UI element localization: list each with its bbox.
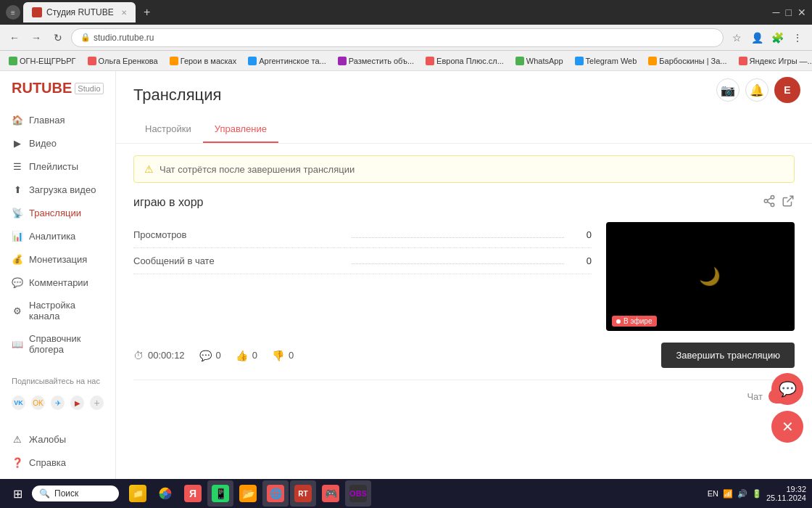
active-tab[interactable]: Студия RUTUBE ✕ (23, 2, 136, 22)
monetization-icon: 💰 (12, 253, 23, 265)
taskbar-app-obs[interactable]: OBS (345, 480, 371, 507)
sidebar-item-complaints[interactable]: ⚠ Жалобы (0, 427, 115, 451)
playlists-icon: ☰ (12, 160, 23, 172)
roblox-icon: 🎮 (322, 485, 339, 502)
taskbar-app-files[interactable]: 📁 (125, 480, 151, 507)
yandex-browser-icon: 🌐 (267, 485, 284, 502)
avatar[interactable]: E (774, 77, 800, 103)
sidebar-item-comments[interactable]: 💬 Комментарии (0, 271, 115, 294)
social-icons: VK OK ✈ ▶ + (0, 390, 115, 416)
vk-icon[interactable]: VK (12, 396, 25, 410)
share-button[interactable] (763, 194, 776, 210)
sidebar-item-help[interactable]: ❓ Справка (0, 451, 115, 474)
page-tabs: Настройки Управление (116, 116, 812, 144)
taskbar-app-whatsapp[interactable]: 📱 (207, 480, 233, 507)
bookmark-heroes[interactable]: Герои в масках (167, 55, 240, 67)
whatsapp-icon: 📱 (212, 485, 229, 502)
sidebar-item-playlists[interactable]: ☰ Плейлисты (0, 155, 115, 178)
instagram-button[interactable]: 📷 (716, 78, 740, 102)
taskbar-app-yandex[interactable]: Я (180, 480, 206, 507)
start-button[interactable]: ⊞ (6, 482, 29, 505)
bookmark-arg[interactable]: Аргентинское та... (245, 55, 329, 67)
tab-management[interactable]: Управление (203, 116, 278, 143)
bookmark-favicon (739, 57, 747, 65)
minimize-button[interactable]: ─ (773, 7, 780, 18)
url-bar[interactable]: 🔒 studio.rutube.ru (71, 28, 724, 47)
sidebar-item-settings[interactable]: ⚙ Настройка канала (0, 294, 115, 327)
obs-icon: OBS (349, 485, 367, 502)
forward-button[interactable]: → (28, 29, 45, 46)
bookmark-whatsapp[interactable]: WhatsApp (513, 55, 566, 67)
chat-label: Чат (747, 391, 763, 402)
bookmark-barb[interactable]: Барбоскины | За... (645, 55, 729, 67)
sidebar-item-monetization[interactable]: 💰 Монетизация (0, 247, 115, 271)
comments-icon: 💬 (12, 276, 23, 288)
search-text: Поиск (54, 488, 78, 499)
sidebar-item-streams[interactable]: 📡 Трансляции (0, 201, 115, 224)
float-close-button[interactable]: ✕ (771, 411, 803, 443)
sidebar-item-analytics[interactable]: 📊 Аналитика (0, 224, 115, 247)
maximize-button[interactable]: □ (786, 7, 792, 18)
extensions-icon[interactable]: 🧩 (768, 29, 786, 46)
page-title: Трансляция (133, 86, 795, 105)
new-tab-button[interactable]: + (138, 4, 156, 21)
rutube-icon[interactable]: ▶ (70, 396, 84, 410)
bookmark-favicon (248, 57, 257, 65)
taskbar-app-chrome[interactable] (152, 480, 178, 507)
sidebar-item-home[interactable]: 🏠 Главная (0, 108, 115, 131)
refresh-button[interactable]: ↻ (49, 29, 67, 46)
external-link-button[interactable] (782, 194, 795, 210)
floating-buttons: 💬 ✕ (771, 373, 803, 443)
help-icon: ❓ (12, 456, 23, 468)
tab-bar: ≡ Студия RUTUBE ✕ + ─ □ ✕ (0, 0, 812, 25)
taskbar-app-filemanager[interactable]: 📂 (235, 480, 261, 507)
tab-settings[interactable]: Настройки (133, 116, 203, 143)
back-button[interactable]: ← (6, 29, 23, 46)
settings-icon[interactable]: ⋮ (789, 29, 806, 46)
video-player[interactable]: 🌙 В эфире (606, 222, 795, 331)
float-chat-button[interactable]: 💬 (771, 373, 803, 405)
taskbar-app-rutube-studio[interactable]: RT (290, 480, 316, 507)
add-social-button[interactable]: + (90, 396, 104, 410)
sidebar-item-label: Загрузка видео (29, 184, 96, 195)
sidebar-item-upload[interactable]: ⬆ Загрузка видео (0, 178, 115, 201)
bookmark-icon[interactable]: ☆ (728, 29, 745, 46)
close-button[interactable]: ✕ (798, 7, 806, 18)
odnoklassniki-icon[interactable]: OK (31, 396, 45, 410)
filemanager-icon: 📂 (239, 485, 257, 502)
bookmark-yandex-games[interactable]: Яндекс Игры —... (736, 55, 812, 67)
wifi-icon: 📶 (723, 489, 733, 499)
stream-title-row: играю в хорр (133, 194, 795, 210)
notifications-button[interactable]: 🔔 (745, 78, 768, 102)
bookmark-razm[interactable]: Разместить объ... (335, 55, 417, 67)
tab-close-icon[interactable]: ✕ (121, 9, 127, 17)
taskbar-app-roblox[interactable]: 🎮 (318, 480, 344, 507)
sidebar-item-blogger-guide[interactable]: 📖 Справочник блогера (0, 327, 115, 361)
main-content: 📷 🔔 E Трансляция Настройки Управление ⚠ … (116, 71, 812, 479)
stat-views-value: 0 (570, 229, 592, 240)
metric-comments: 💬 0 (199, 350, 221, 361)
bookmark-telegram[interactable]: Telegram Web (572, 55, 640, 67)
logo-studio: Studio (75, 83, 103, 94)
sidebar-item-label: Монетизация (29, 254, 87, 265)
telegram-icon[interactable]: ✈ (51, 396, 65, 410)
profile-icon[interactable]: 👤 (748, 29, 766, 46)
taskbar-app-yandex-browser[interactable]: 🌐 (262, 480, 289, 507)
taskbar-search[interactable]: 🔍 Поиск (32, 486, 119, 501)
bookmark-olga[interactable]: Ольга Еренкова (85, 55, 161, 67)
live-dot (616, 319, 621, 324)
stream-name: играю в хорр (133, 196, 203, 209)
like-icon: 👍 (236, 350, 248, 361)
browser-nav-icons: ☆ 👤 🧩 ⋮ (728, 29, 806, 46)
bookmark-favicon (515, 57, 524, 65)
sidebar-item-video[interactable]: ▶ Видео (0, 131, 115, 155)
sidebar-nav: 🏠 Главная ▶ Видео ☰ Плейлисты ⬆ Загрузка… (0, 108, 115, 361)
end-stream-button[interactable]: Завершить трансляцию (661, 343, 795, 368)
sidebar-item-label: Видео (29, 138, 57, 149)
bookmark-europa[interactable]: Европа Плюс.сл... (423, 55, 507, 67)
subscribe-label: Подписывайтесь на нас (0, 372, 115, 390)
sidebar-item-contact[interactable]: 📧 Связаться с нами (0, 474, 115, 479)
chat-section: Чат (133, 380, 795, 403)
browser-menu-icon[interactable]: ≡ (6, 5, 20, 20)
bookmark-ogn[interactable]: ОГН-ЕЩГРЬРГ (6, 55, 79, 67)
